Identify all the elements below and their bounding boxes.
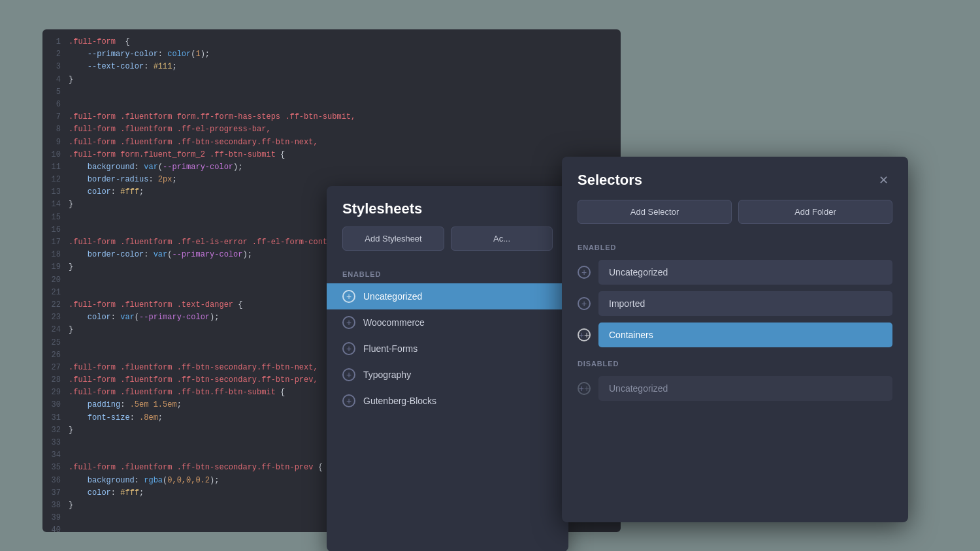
stylesheets-title: Stylesheets — [342, 200, 553, 217]
selector-item-containers[interactable]: + Containers — [562, 319, 908, 351]
selector-box-imported[interactable]: Imported — [598, 291, 892, 316]
selector-item-imported[interactable]: Imported — [562, 288, 908, 319]
selector-item-uncategorized[interactable]: Uncategorized — [562, 257, 908, 288]
plus-icon-fluent-forms — [342, 342, 355, 355]
selector-box-containers[interactable]: Containers — [598, 323, 892, 347]
stylesheets-panel: Stylesheets Add Stylesheet Ac... ENABLED… — [327, 186, 568, 551]
stylesheet-item-gutenberg[interactable]: Gutenberg-Blocks — [327, 388, 568, 414]
selector-item-disabled-uncategorized[interactable]: + Uncategorized — [562, 373, 908, 404]
close-button[interactable]: ✕ — [874, 171, 892, 189]
add-folder-button[interactable]: Add Folder — [738, 200, 892, 224]
stylesheet-label-uncategorized: Uncategorized — [363, 291, 422, 302]
stylesheet-item-typography[interactable]: Typography — [327, 362, 568, 388]
add-second-button[interactable]: Ac... — [451, 227, 553, 251]
selectors-panel: Selectors ✕ Add Selector Add Folder ENAB… — [562, 157, 908, 522]
stylesheet-label-fluent-forms: Fluent-Forms — [363, 343, 417, 354]
stylesheet-label-typography: Typography — [363, 370, 411, 380]
plus-icon-sel-containers: + — [578, 328, 591, 341]
add-selector-button[interactable]: Add Selector — [578, 200, 732, 224]
selectors-title: Selectors — [578, 172, 642, 189]
stylesheet-label-woocommerce: Woocommerce — [363, 317, 425, 328]
stylesheet-item-fluent-forms[interactable]: Fluent-Forms — [327, 336, 568, 362]
plus-icon-sel-imported — [578, 297, 591, 310]
plus-icon-gutenberg — [342, 394, 355, 407]
selectors-disabled-label: DISABLED — [562, 351, 908, 373]
stylesheets-enabled-label: ENABLED — [327, 261, 568, 283]
plus-icon-uncategorized — [342, 290, 355, 303]
add-stylesheet-button[interactable]: Add Stylesheet — [342, 227, 444, 251]
plus-icon-woocommerce — [342, 316, 355, 329]
plus-icon-typography — [342, 368, 355, 381]
stylesheet-item-uncategorized[interactable]: Uncategorized — [327, 283, 568, 309]
selector-box-disabled-uncategorized[interactable]: Uncategorized — [598, 376, 892, 401]
selector-box-uncategorized[interactable]: Uncategorized — [598, 260, 892, 285]
stylesheet-label-gutenberg: Gutenberg-Blocks — [363, 396, 436, 406]
plus-icon-sel-disabled-uncategorized: + — [578, 382, 591, 395]
plus-icon-sel-uncategorized — [578, 266, 591, 279]
stylesheet-item-woocommerce[interactable]: Woocommerce — [327, 309, 568, 336]
selectors-enabled-label: ENABLED — [562, 234, 908, 257]
